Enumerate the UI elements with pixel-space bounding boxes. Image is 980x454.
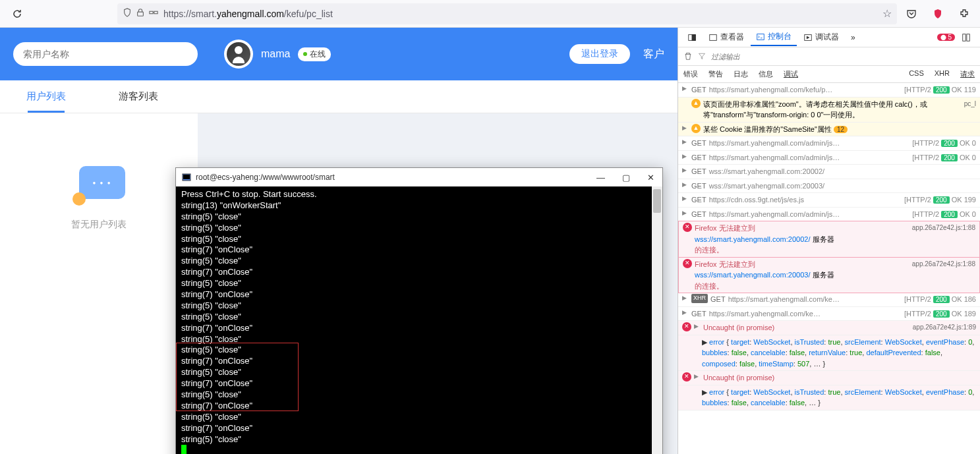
terminal-title-text: root@ecs-yaheng:/www/wwwroot/smart: [196, 173, 335, 182]
app-header: mama 在线 退出登录 客户: [0, 28, 677, 80]
minimize-button[interactable]: —: [594, 173, 608, 183]
log-row[interactable]: ▶GEThttps://smart.yahengmall.com/admin/j…: [678, 136, 980, 151]
svg-rect-2: [154, 11, 158, 14]
devtools-panel: 查看器 控制台 调试器 » 5 错误 警告 日志 信息 调试 CSS XHR 请…: [677, 28, 980, 454]
devtools-dock-button[interactable]: [682, 30, 702, 45]
reload-button[interactable]: [7, 3, 28, 24]
filter-info[interactable]: 信息: [753, 69, 778, 79]
tab-user-list[interactable]: 用户列表: [0, 80, 92, 113]
security-shield-icon[interactable]: [929, 5, 947, 23]
tab-visitor-list[interactable]: 游客列表: [92, 80, 185, 113]
avatar[interactable]: [224, 40, 253, 69]
app-content: mama 在线 退出登录 客户 用户列表 游客列表 暂无用户列表 root@ec…: [0, 28, 677, 454]
log-row[interactable]: ✕Firefox 无法建立到wss://smart.yahengmall.com…: [678, 257, 980, 294]
log-row[interactable]: ✕▶Uncaught (in promise)app.26a72e42.js:1…: [678, 321, 980, 335]
svg-rect-1: [150, 11, 153, 14]
filter-errors[interactable]: 错误: [678, 69, 703, 79]
tab-inspector[interactable]: 查看器: [703, 29, 749, 45]
logout-button[interactable]: 退出登录: [569, 44, 630, 64]
log-row[interactable]: ▶ error { target: WebSocket, isTrusted: …: [678, 335, 980, 372]
svg-rect-8: [757, 34, 764, 40]
user-list-panel: 暂无用户列表: [0, 113, 198, 454]
terminal-body[interactable]: Press Ctrl+C to stop. Start success.stri…: [176, 186, 662, 454]
log-row[interactable]: ▶GEThttps://smart.yahengmall.com/admin/j…: [678, 208, 980, 222]
browser-toolbar: https://smart.yahengmall.com/kefu/pc_lis…: [0, 0, 980, 28]
tab-debugger[interactable]: 调试器: [798, 29, 844, 45]
shield-icon: [123, 8, 132, 20]
status-badge[interactable]: 在线: [298, 47, 331, 61]
user-info: mama 在线: [224, 40, 331, 69]
scrollbar[interactable]: [652, 186, 662, 454]
log-row[interactable]: ▶ error { target: WebSocket, isTrusted: …: [678, 385, 980, 411]
svg-rect-11: [967, 34, 969, 41]
url-text: https://smart.yahengmall.com/kefu/pc_lis…: [163, 9, 877, 19]
log-row[interactable]: ▶GEThttps://smart.yahengmall.com/kefu/p……: [678, 83, 980, 98]
search-input[interactable]: [13, 42, 198, 66]
log-row[interactable]: ▶GEThttps://smart.yahengmall.com/admin/j…: [678, 151, 980, 165]
bookmark-star-icon[interactable]: ☆: [882, 7, 892, 20]
tab-overflow[interactable]: »: [846, 30, 861, 45]
svg-rect-10: [963, 34, 966, 41]
console-toolbar: [678, 47, 980, 66]
console-log[interactable]: ▶GEThttps://smart.yahengmall.com/kefu/p……: [678, 83, 980, 454]
tab-console[interactable]: 控制台: [751, 28, 797, 46]
devtools-panel-toggle[interactable]: [956, 30, 976, 45]
filter-funnel-icon: [698, 52, 706, 61]
terminal-window[interactable]: root@ecs-yaheng:/www/wwwroot/smart — ▢ ✕…: [175, 167, 663, 454]
username: mama: [261, 48, 290, 60]
log-row[interactable]: ✕▶Uncaught (in promise): [678, 371, 980, 385]
svg-rect-0: [138, 12, 144, 16]
tabs: 用户列表 游客列表: [0, 80, 677, 113]
filter-css[interactable]: CSS: [904, 69, 929, 79]
nav-link-customer[interactable]: 客户: [643, 47, 664, 61]
terminal-titlebar[interactable]: root@ecs-yaheng:/www/wwwroot/smart — ▢ ✕: [176, 168, 662, 186]
svg-rect-4: [183, 175, 190, 179]
empty-illustration: [72, 166, 125, 206]
devtools-tabs: 查看器 控制台 调试器 » 5: [678, 28, 980, 47]
lock-icon: [136, 8, 145, 20]
log-row[interactable]: ▶GEThttps://smart.yahengmall.com/ke…[HTT…: [678, 307, 980, 322]
log-row[interactable]: ✕Firefox 无法建立到wss://smart.yahengmall.com…: [678, 221, 980, 258]
log-row[interactable]: ▶GEThttps://cdn.oss.9gt.net/js/es.js[HTT…: [678, 193, 980, 208]
log-row[interactable]: ▶GETwss://smart.yahengmall.com:20003/: [678, 179, 980, 194]
maximize-button[interactable]: ▢: [620, 173, 633, 183]
svg-rect-6: [692, 34, 695, 40]
putty-icon: [181, 172, 192, 183]
log-row[interactable]: ▶▲某些 Cookie 滥用推荐的"SameSite"属性 12: [678, 123, 980, 137]
clear-console-button[interactable]: [683, 51, 693, 62]
filter-logs[interactable]: 日志: [728, 69, 753, 79]
log-row[interactable]: ▶XHRGEThttps://smart.yahengmall.com/ke…[…: [678, 293, 980, 307]
filter-requests[interactable]: 请求: [955, 69, 980, 79]
filter-debug[interactable]: 调试: [778, 69, 803, 79]
log-row[interactable]: ▶GETwss://smart.yahengmall.com:20002/: [678, 165, 980, 179]
filter-warnings[interactable]: 警告: [703, 69, 728, 79]
url-bar[interactable]: https://smart.yahengmall.com/kefu/pc_lis…: [117, 3, 897, 24]
console-filters: 错误 警告 日志 信息 调试 CSS XHR 请求: [678, 66, 980, 83]
filter-xhr[interactable]: XHR: [929, 69, 955, 79]
log-row[interactable]: ▲该页面使用非标准属性"zoom"。请考虑在相关属性值中使用 calc()，或将…: [678, 98, 980, 123]
svg-rect-7: [710, 34, 717, 40]
console-filter-input[interactable]: [711, 53, 975, 61]
permissions-icon: [149, 8, 158, 20]
pocket-icon[interactable]: [902, 5, 921, 23]
extensions-icon[interactable]: [955, 5, 973, 23]
close-button[interactable]: ✕: [645, 173, 657, 183]
empty-text: 暂无用户列表: [71, 219, 127, 231]
error-count-badge[interactable]: 5: [937, 34, 955, 41]
